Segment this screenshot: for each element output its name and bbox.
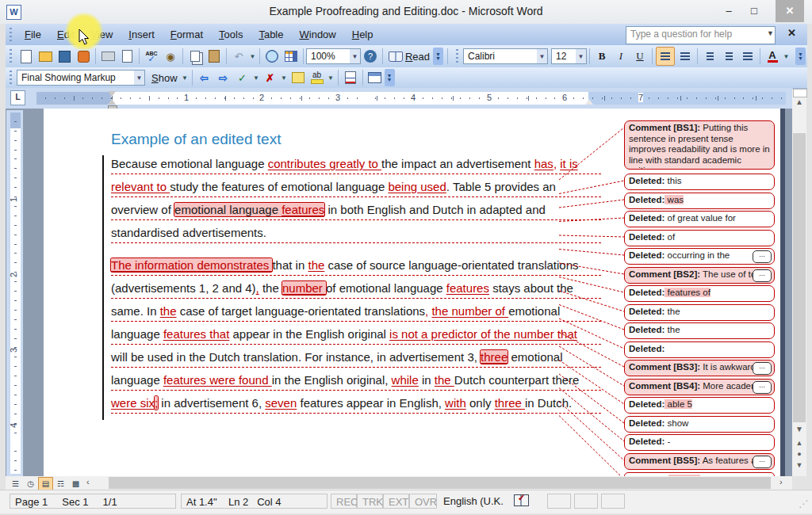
menu-format[interactable]: Format: [163, 25, 211, 44]
highlight-dropdown-icon[interactable]: ▼: [327, 74, 335, 82]
save-button[interactable]: [56, 48, 73, 65]
first-line-indent-marker[interactable]: [108, 91, 116, 97]
tab-selector[interactable]: L: [10, 90, 25, 105]
record-macro-toggle[interactable]: REC: [331, 494, 357, 509]
balloon-more-button[interactable]: ...: [753, 250, 772, 263]
track-changes-button[interactable]: [342, 69, 359, 86]
outline-view-button[interactable]: ☶: [53, 477, 68, 490]
deleted-balloon[interactable]: Deleted: was: [624, 193, 775, 209]
toolbar-drag-handle[interactable]: [456, 49, 458, 63]
italic-button[interactable]: I: [612, 48, 630, 65]
deleted-balloon[interactable]: Deleted:: [624, 341, 775, 358]
horizontal-scroll-thumb[interactable]: [109, 477, 771, 489]
menubar-close-icon[interactable]: ✕: [787, 27, 796, 39]
deleted-balloon[interactable]: Deleted: of: [624, 230, 775, 246]
bold-button[interactable]: B: [593, 48, 611, 65]
vertical-scroll-thumb[interactable]: [793, 133, 806, 422]
insert-comment-button[interactable]: [289, 69, 307, 86]
reading-layout-view-button[interactable]: ▩: [68, 477, 83, 490]
comment-balloon[interactable]: Comment [BS3]: It is awkward t...: [624, 360, 775, 376]
overtype-toggle[interactable]: OVR: [409, 494, 437, 509]
page-position-cell[interactable]: Page 1 Sec 1 1/1: [10, 494, 176, 509]
resize-grip[interactable]: ⋰: [799, 498, 810, 509]
language-cell[interactable]: English (U.K.: [439, 494, 508, 509]
accept-change-button[interactable]: ✓: [234, 69, 251, 86]
maximize-button[interactable]: □: [744, 0, 764, 22]
comment-anchor[interactable]: three: [481, 350, 508, 364]
increase-indent-button[interactable]: [739, 48, 756, 65]
normal-view-button[interactable]: ☰: [8, 477, 23, 490]
split-handle[interactable]: [793, 89, 807, 97]
right-indent-marker[interactable]: [585, 99, 593, 105]
text-line[interactable]: language features that appear in the Eng…: [111, 327, 577, 345]
minimize-button[interactable]: –: [718, 0, 739, 22]
deleted-balloon[interactable]: Deleted: the: [624, 304, 775, 321]
comment-balloon[interactable]: Comment [BS1]: Putting this sentence in …: [624, 120, 775, 170]
comment-anchor[interactable]: The information demonstrates: [111, 258, 272, 272]
reviewing-pane-button[interactable]: [366, 69, 384, 86]
previous-change-button[interactable]: ⇦: [196, 69, 213, 86]
scroll-down-icon[interactable]: ▼: [793, 425, 806, 437]
display-for-review-combobox[interactable]: Final Showing Markup▼: [17, 70, 145, 86]
text-line[interactable]: were six; in advertisement 6, seven feat…: [111, 396, 572, 414]
paste-button[interactable]: [205, 48, 223, 65]
toolbar-drag-handle[interactable]: [10, 28, 12, 42]
hanging-indent-marker[interactable]: [108, 99, 116, 105]
insert-hyperlink-button[interactable]: [263, 48, 281, 65]
toolbar-options-icon[interactable]: ▼▼: [385, 69, 395, 86]
menu-table[interactable]: Table: [251, 25, 291, 44]
help-question-input[interactable]: Type a question for help ▼: [626, 26, 776, 44]
text-line[interactable]: same. In the case of target language-ori…: [111, 304, 560, 322]
align-left-button[interactable]: [656, 47, 675, 66]
next-page-icon[interactable]: ▼: [793, 461, 806, 471]
highlight-button[interactable]: ab: [308, 69, 326, 86]
comment-balloon[interactable]: Comment [BS5]: As features are...: [624, 453, 775, 470]
numbered-list-button[interactable]: [701, 48, 718, 65]
next-change-button[interactable]: ⇨: [215, 69, 232, 86]
select-browse-object-icon[interactable]: ●: [793, 450, 806, 460]
close-button[interactable]: ✕: [776, 0, 804, 22]
bullet-list-button[interactable]: [720, 48, 737, 65]
deleted-balloon[interactable]: Deleted: occurring in the...: [624, 248, 775, 265]
balloon-more-button[interactable]: ...: [753, 362, 772, 375]
vertical-ruler[interactable]: 1 2 3 4: [6, 110, 23, 476]
zoom-combobox[interactable]: 100%▼: [306, 48, 361, 64]
scroll-right-icon[interactable]: ›: [779, 477, 783, 486]
menu-window[interactable]: Window: [291, 25, 343, 44]
toolbar-drag-handle[interactable]: [10, 49, 12, 63]
balloon-more-button[interactable]: ...: [753, 381, 772, 394]
font-name-combobox[interactable]: Calibri▼: [463, 48, 548, 64]
reject-change-button[interactable]: ✗: [262, 69, 279, 86]
new-document-button[interactable]: [17, 48, 35, 65]
undo-dropdown-icon[interactable]: ▼: [248, 53, 257, 60]
web-layout-view-button[interactable]: ◷: [23, 477, 38, 490]
print-layout-view-button[interactable]: ▤: [38, 477, 53, 490]
text-line[interactable]: will be used in the Dutch translation. F…: [111, 350, 563, 368]
copy-button[interactable]: [186, 48, 204, 65]
chevron-down-icon[interactable]: ▼: [767, 29, 774, 37]
show-dropdown-icon[interactable]: ▼: [181, 74, 190, 82]
menu-help[interactable]: Help: [344, 25, 381, 44]
track-changes-toggle[interactable]: TRK: [357, 494, 383, 509]
toolbar-drag-handle[interactable]: [10, 71, 12, 85]
deleted-balloon[interactable]: Deleted: features of: [624, 285, 775, 302]
undo-button[interactable]: ↶: [230, 48, 247, 65]
toolbar-options-icon[interactable]: ▼▼: [433, 48, 443, 65]
font-color-dropdown-icon[interactable]: ▼: [782, 53, 791, 60]
accept-change-dropdown-icon[interactable]: ▼: [252, 74, 261, 82]
spelling-button[interactable]: ABC✓: [143, 48, 160, 65]
comment-anchor[interactable]: number: [282, 281, 326, 295]
deleted-balloon[interactable]: Deleted: the: [624, 322, 775, 339]
menu-insert[interactable]: Insert: [121, 25, 163, 44]
text-line[interactable]: (advertisements 1, 2 and 4), the number …: [111, 281, 573, 299]
scroll-up-icon[interactable]: ▲: [793, 97, 806, 109]
open-button[interactable]: [36, 48, 54, 65]
document-page[interactable]: Example of an edited text Because emotio…: [44, 109, 780, 476]
balloon-more-button[interactable]: ...: [753, 456, 772, 468]
font-color-button[interactable]: A: [764, 48, 781, 65]
scroll-left-icon[interactable]: ‹: [86, 477, 90, 486]
menu-file[interactable]: File: [17, 25, 49, 44]
comment-anchor[interactable]: emotional language features: [174, 203, 324, 216]
deleted-balloon[interactable]: Deleted: this: [624, 174, 775, 190]
deleted-balloon[interactable]: Deleted: -: [624, 434, 775, 451]
